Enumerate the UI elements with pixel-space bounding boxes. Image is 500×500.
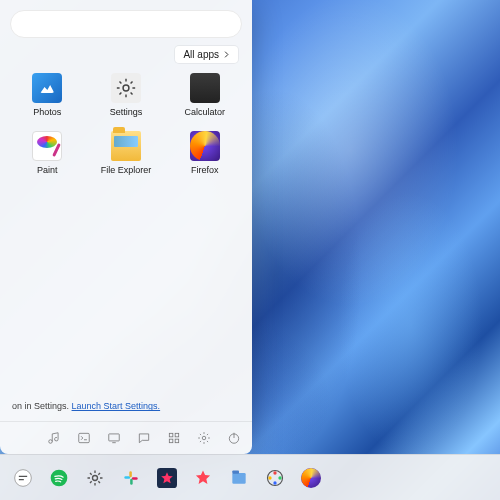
svg-point-7: [202, 436, 206, 440]
app-label: Calculator: [184, 107, 225, 117]
taskbar-color-icon[interactable]: [262, 465, 288, 491]
launch-start-settings-link[interactable]: Launch Start Settings.: [72, 401, 161, 411]
app-label: Photos: [33, 107, 61, 117]
paint-icon: [32, 131, 62, 161]
terminal-icon[interactable]: [76, 430, 92, 446]
taskbar-files-icon[interactable]: [226, 465, 252, 491]
svg-point-11: [93, 475, 98, 480]
svg-rect-15: [130, 478, 133, 484]
search-input[interactable]: [10, 10, 242, 38]
app-label: Paint: [37, 165, 58, 175]
app-tile-settings[interactable]: Settings: [87, 69, 166, 121]
start-menu: All apps Photos Settings Calculator Pain…: [0, 0, 252, 454]
svg-rect-5: [169, 439, 173, 443]
svg-point-22: [273, 481, 276, 484]
svg-rect-13: [132, 477, 138, 480]
svg-rect-1: [79, 433, 90, 442]
app-label: Settings: [110, 107, 143, 117]
svg-rect-14: [129, 471, 132, 477]
settings-icon: [111, 73, 141, 103]
svg-rect-12: [124, 476, 130, 479]
svg-point-0: [123, 85, 129, 91]
svg-point-9: [15, 469, 32, 486]
taskbar: [0, 454, 500, 500]
svg-rect-6: [175, 439, 179, 443]
grid-icon[interactable]: [166, 430, 182, 446]
taskbar-firefox-icon[interactable]: [298, 465, 324, 491]
svg-rect-2: [109, 434, 120, 441]
start-bottom-bar: [0, 421, 252, 454]
svg-point-23: [268, 476, 271, 479]
app-tile-firefox[interactable]: Firefox: [165, 127, 244, 179]
taskbar-slack-icon[interactable]: [118, 465, 144, 491]
start-settings-hint: on in Settings. Launch Start Settings.: [0, 400, 252, 421]
power-icon[interactable]: [226, 430, 242, 446]
all-apps-label: All apps: [183, 49, 219, 60]
app-tile-file-explorer[interactable]: File Explorer: [87, 127, 166, 179]
display-icon[interactable]: [106, 430, 122, 446]
chat-icon[interactable]: [136, 430, 152, 446]
taskbar-settings-icon[interactable]: [82, 465, 108, 491]
pinned-apps-grid: Photos Settings Calculator Paint File Ex…: [0, 69, 252, 189]
taskbar-chat-icon[interactable]: [10, 465, 36, 491]
svg-rect-17: [232, 473, 245, 484]
taskbar-favorite-icon[interactable]: [190, 465, 216, 491]
photos-icon: [32, 73, 62, 103]
svg-point-20: [273, 471, 276, 474]
file-explorer-icon: [111, 131, 141, 161]
svg-rect-4: [175, 433, 179, 437]
firefox-icon: [190, 131, 220, 161]
svg-point-21: [278, 476, 281, 479]
taskbar-spotify-icon[interactable]: [46, 465, 72, 491]
all-apps-button[interactable]: All apps: [175, 46, 238, 63]
app-label: Firefox: [191, 165, 219, 175]
hint-text: on in Settings.: [12, 401, 72, 411]
calculator-icon: [190, 73, 220, 103]
gear-icon[interactable]: [196, 430, 212, 446]
svg-rect-3: [169, 433, 173, 437]
svg-rect-18: [232, 470, 239, 473]
music-icon[interactable]: [46, 430, 62, 446]
app-tile-paint[interactable]: Paint: [8, 127, 87, 179]
taskbar-left: [10, 465, 324, 491]
app-tile-photos[interactable]: Photos: [8, 69, 87, 121]
taskbar-star-icon[interactable]: [154, 465, 180, 491]
app-label: File Explorer: [101, 165, 152, 175]
chevron-right-icon: [223, 51, 230, 58]
app-tile-calculator[interactable]: Calculator: [165, 69, 244, 121]
